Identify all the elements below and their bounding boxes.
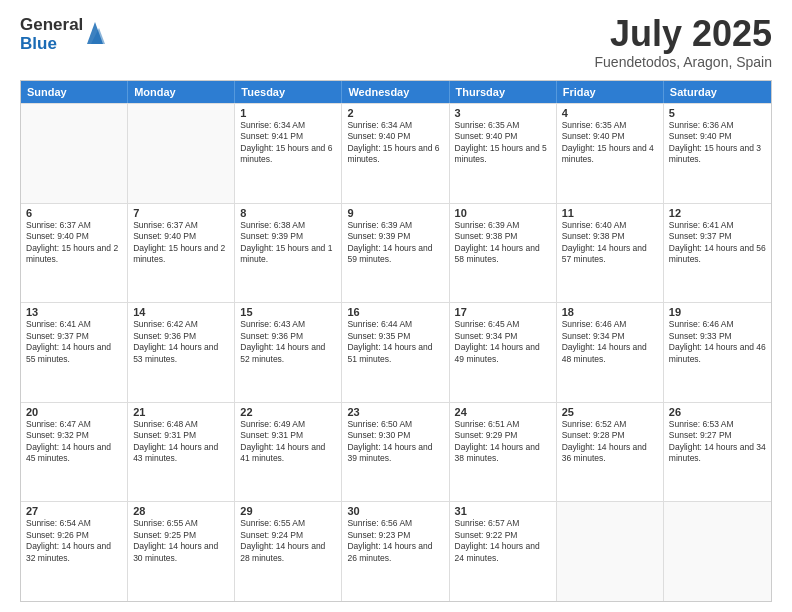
day-info: Sunrise: 6:52 AM Sunset: 9:28 PM Dayligh… (562, 419, 658, 465)
calendar-cell: 23Sunrise: 6:50 AM Sunset: 9:30 PM Dayli… (342, 403, 449, 502)
day-info: Sunrise: 6:54 AM Sunset: 9:26 PM Dayligh… (26, 518, 122, 564)
day-info: Sunrise: 6:51 AM Sunset: 9:29 PM Dayligh… (455, 419, 551, 465)
day-number: 17 (455, 306, 551, 318)
calendar-cell: 3Sunrise: 6:35 AM Sunset: 9:40 PM Daylig… (450, 104, 557, 203)
day-info: Sunrise: 6:47 AM Sunset: 9:32 PM Dayligh… (26, 419, 122, 465)
title-month: July 2025 (595, 16, 772, 52)
calendar-cell: 5Sunrise: 6:36 AM Sunset: 9:40 PM Daylig… (664, 104, 771, 203)
day-number: 22 (240, 406, 336, 418)
calendar-body: 1Sunrise: 6:34 AM Sunset: 9:41 PM Daylig… (21, 103, 771, 601)
calendar-cell: 24Sunrise: 6:51 AM Sunset: 9:29 PM Dayli… (450, 403, 557, 502)
logo-blue: Blue (20, 35, 83, 54)
day-number: 25 (562, 406, 658, 418)
day-info: Sunrise: 6:39 AM Sunset: 9:38 PM Dayligh… (455, 220, 551, 266)
day-number: 7 (133, 207, 229, 219)
header-sunday: Sunday (21, 81, 128, 103)
calendar-cell: 30Sunrise: 6:56 AM Sunset: 9:23 PM Dayli… (342, 502, 449, 601)
calendar-cell (128, 104, 235, 203)
day-info: Sunrise: 6:45 AM Sunset: 9:34 PM Dayligh… (455, 319, 551, 365)
day-number: 27 (26, 505, 122, 517)
day-info: Sunrise: 6:44 AM Sunset: 9:35 PM Dayligh… (347, 319, 443, 365)
title-location: Fuendetodos, Aragon, Spain (595, 54, 772, 70)
day-info: Sunrise: 6:41 AM Sunset: 9:37 PM Dayligh… (669, 220, 766, 266)
day-info: Sunrise: 6:49 AM Sunset: 9:31 PM Dayligh… (240, 419, 336, 465)
calendar-cell: 29Sunrise: 6:55 AM Sunset: 9:24 PM Dayli… (235, 502, 342, 601)
day-number: 3 (455, 107, 551, 119)
calendar-cell: 26Sunrise: 6:53 AM Sunset: 9:27 PM Dayli… (664, 403, 771, 502)
day-number: 29 (240, 505, 336, 517)
day-info: Sunrise: 6:39 AM Sunset: 9:39 PM Dayligh… (347, 220, 443, 266)
calendar-cell: 28Sunrise: 6:55 AM Sunset: 9:25 PM Dayli… (128, 502, 235, 601)
day-info: Sunrise: 6:41 AM Sunset: 9:37 PM Dayligh… (26, 319, 122, 365)
day-info: Sunrise: 6:50 AM Sunset: 9:30 PM Dayligh… (347, 419, 443, 465)
day-number: 5 (669, 107, 766, 119)
day-info: Sunrise: 6:34 AM Sunset: 9:40 PM Dayligh… (347, 120, 443, 166)
day-number: 2 (347, 107, 443, 119)
header-thursday: Thursday (450, 81, 557, 103)
day-number: 31 (455, 505, 551, 517)
day-info: Sunrise: 6:48 AM Sunset: 9:31 PM Dayligh… (133, 419, 229, 465)
day-number: 23 (347, 406, 443, 418)
day-number: 8 (240, 207, 336, 219)
calendar-cell: 9Sunrise: 6:39 AM Sunset: 9:39 PM Daylig… (342, 204, 449, 303)
calendar-row: 27Sunrise: 6:54 AM Sunset: 9:26 PM Dayli… (21, 501, 771, 601)
calendar-row: 13Sunrise: 6:41 AM Sunset: 9:37 PM Dayli… (21, 302, 771, 402)
calendar-cell: 12Sunrise: 6:41 AM Sunset: 9:37 PM Dayli… (664, 204, 771, 303)
day-number: 21 (133, 406, 229, 418)
day-number: 1 (240, 107, 336, 119)
day-info: Sunrise: 6:34 AM Sunset: 9:41 PM Dayligh… (240, 120, 336, 166)
calendar-cell: 4Sunrise: 6:35 AM Sunset: 9:40 PM Daylig… (557, 104, 664, 203)
day-info: Sunrise: 6:57 AM Sunset: 9:22 PM Dayligh… (455, 518, 551, 564)
day-number: 20 (26, 406, 122, 418)
calendar-cell: 20Sunrise: 6:47 AM Sunset: 9:32 PM Dayli… (21, 403, 128, 502)
day-info: Sunrise: 6:55 AM Sunset: 9:24 PM Dayligh… (240, 518, 336, 564)
calendar-cell: 18Sunrise: 6:46 AM Sunset: 9:34 PM Dayli… (557, 303, 664, 402)
day-info: Sunrise: 6:35 AM Sunset: 9:40 PM Dayligh… (455, 120, 551, 166)
calendar-cell (557, 502, 664, 601)
header-friday: Friday (557, 81, 664, 103)
day-info: Sunrise: 6:37 AM Sunset: 9:40 PM Dayligh… (26, 220, 122, 266)
calendar-cell: 7Sunrise: 6:37 AM Sunset: 9:40 PM Daylig… (128, 204, 235, 303)
day-number: 12 (669, 207, 766, 219)
calendar-cell: 22Sunrise: 6:49 AM Sunset: 9:31 PM Dayli… (235, 403, 342, 502)
calendar-cell: 14Sunrise: 6:42 AM Sunset: 9:36 PM Dayli… (128, 303, 235, 402)
header-saturday: Saturday (664, 81, 771, 103)
day-info: Sunrise: 6:40 AM Sunset: 9:38 PM Dayligh… (562, 220, 658, 266)
calendar-cell: 15Sunrise: 6:43 AM Sunset: 9:36 PM Dayli… (235, 303, 342, 402)
calendar: Sunday Monday Tuesday Wednesday Thursday… (20, 80, 772, 602)
calendar-cell (21, 104, 128, 203)
logo-icon (85, 20, 105, 46)
day-info: Sunrise: 6:55 AM Sunset: 9:25 PM Dayligh… (133, 518, 229, 564)
day-number: 28 (133, 505, 229, 517)
day-number: 11 (562, 207, 658, 219)
header-tuesday: Tuesday (235, 81, 342, 103)
logo-text: General Blue (20, 16, 83, 53)
day-info: Sunrise: 6:38 AM Sunset: 9:39 PM Dayligh… (240, 220, 336, 266)
logo-general: General (20, 16, 83, 35)
day-number: 10 (455, 207, 551, 219)
day-info: Sunrise: 6:42 AM Sunset: 9:36 PM Dayligh… (133, 319, 229, 365)
day-number: 14 (133, 306, 229, 318)
header-wednesday: Wednesday (342, 81, 449, 103)
calendar-cell: 1Sunrise: 6:34 AM Sunset: 9:41 PM Daylig… (235, 104, 342, 203)
day-info: Sunrise: 6:35 AM Sunset: 9:40 PM Dayligh… (562, 120, 658, 166)
day-number: 6 (26, 207, 122, 219)
day-number: 16 (347, 306, 443, 318)
calendar-row: 1Sunrise: 6:34 AM Sunset: 9:41 PM Daylig… (21, 103, 771, 203)
day-number: 19 (669, 306, 766, 318)
calendar-cell: 17Sunrise: 6:45 AM Sunset: 9:34 PM Dayli… (450, 303, 557, 402)
day-info: Sunrise: 6:56 AM Sunset: 9:23 PM Dayligh… (347, 518, 443, 564)
day-number: 9 (347, 207, 443, 219)
day-info: Sunrise: 6:36 AM Sunset: 9:40 PM Dayligh… (669, 120, 766, 166)
calendar-cell (664, 502, 771, 601)
calendar-cell: 27Sunrise: 6:54 AM Sunset: 9:26 PM Dayli… (21, 502, 128, 601)
calendar-cell: 8Sunrise: 6:38 AM Sunset: 9:39 PM Daylig… (235, 204, 342, 303)
calendar-cell: 21Sunrise: 6:48 AM Sunset: 9:31 PM Dayli… (128, 403, 235, 502)
calendar-cell: 6Sunrise: 6:37 AM Sunset: 9:40 PM Daylig… (21, 204, 128, 303)
calendar-cell: 16Sunrise: 6:44 AM Sunset: 9:35 PM Dayli… (342, 303, 449, 402)
day-number: 26 (669, 406, 766, 418)
day-number: 30 (347, 505, 443, 517)
calendar-row: 20Sunrise: 6:47 AM Sunset: 9:32 PM Dayli… (21, 402, 771, 502)
calendar-cell: 10Sunrise: 6:39 AM Sunset: 9:38 PM Dayli… (450, 204, 557, 303)
calendar-cell: 11Sunrise: 6:40 AM Sunset: 9:38 PM Dayli… (557, 204, 664, 303)
